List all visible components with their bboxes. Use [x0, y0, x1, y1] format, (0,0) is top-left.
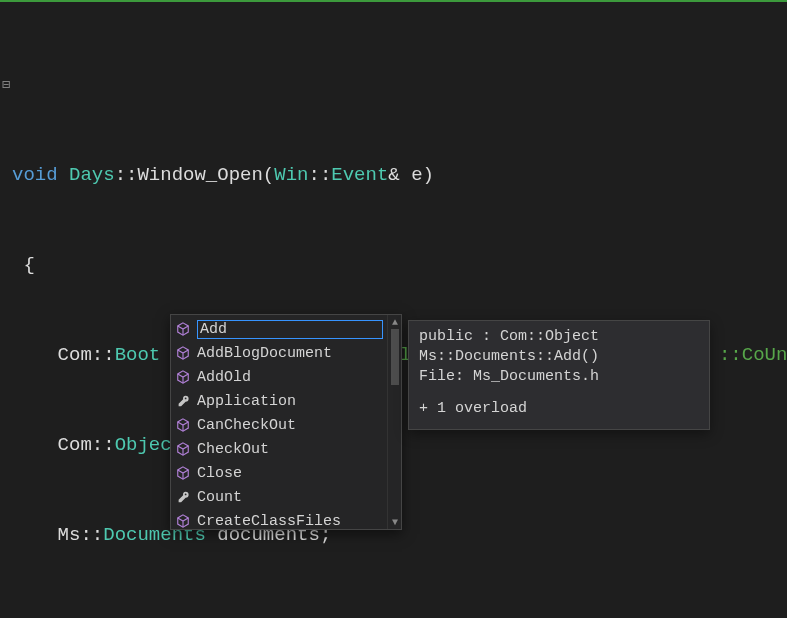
- intellisense-item[interactable]: Close: [171, 461, 387, 485]
- fold-gutter: ⊟: [0, 10, 12, 160]
- tooltip-signature: public : Com::Object Ms::Documents::Add(…: [419, 327, 699, 367]
- intellisense-item-label: Count: [197, 489, 383, 506]
- intellisense-item[interactable]: CheckOut: [171, 437, 387, 461]
- intellisense-item-label: CanCheckOut: [197, 417, 383, 434]
- wrench-icon: [175, 489, 191, 505]
- intellisense-item[interactable]: CreateClassFiles: [171, 509, 387, 529]
- intellisense-popup[interactable]: AddAddBlogDocumentAddOldApplicationCanCh…: [170, 314, 402, 530]
- scroll-down-arrow-icon[interactable]: ▼: [388, 515, 402, 529]
- tooltip-file: File: Ms_Documents.h: [419, 367, 699, 387]
- intellisense-item-label: Close: [197, 465, 383, 482]
- method-cube-icon: [175, 441, 191, 457]
- tooltip-overload: + 1 overload: [419, 399, 699, 419]
- intellisense-list[interactable]: AddAddBlogDocumentAddOldApplicationCanCh…: [171, 315, 387, 529]
- intellisense-item[interactable]: AddBlogDocument: [171, 341, 387, 365]
- wrench-icon: [175, 393, 191, 409]
- intellisense-item-label: Add: [197, 320, 383, 339]
- method-cube-icon: [175, 321, 191, 337]
- code-line[interactable]: void Days::Window_Open(Win::Event& e): [12, 160, 787, 190]
- code-line[interactable]: {: [12, 250, 787, 280]
- method-cube-icon: [175, 345, 191, 361]
- intellisense-item-label: Application: [197, 393, 383, 410]
- intellisense-scrollbar[interactable]: ▲ ▼: [387, 315, 401, 529]
- intellisense-item[interactable]: CanCheckOut: [171, 413, 387, 437]
- intellisense-item[interactable]: Count: [171, 485, 387, 509]
- scroll-up-arrow-icon[interactable]: ▲: [388, 315, 402, 329]
- signature-tooltip: public : Com::Object Ms::Documents::Add(…: [408, 320, 710, 430]
- scroll-thumb[interactable]: [391, 329, 399, 385]
- intellisense-item[interactable]: AddOld: [171, 365, 387, 389]
- method-cube-icon: [175, 369, 191, 385]
- code-line[interactable]: try: [12, 610, 787, 618]
- intellisense-item-label: AddOld: [197, 369, 383, 386]
- intellisense-item[interactable]: Add: [171, 317, 387, 341]
- intellisense-item[interactable]: Application: [171, 389, 387, 413]
- intellisense-item-label: CheckOut: [197, 441, 383, 458]
- method-cube-icon: [175, 465, 191, 481]
- intellisense-item-label: CreateClassFiles: [197, 513, 383, 530]
- method-cube-icon: [175, 417, 191, 433]
- intellisense-item-label: AddBlogDocument: [197, 345, 383, 362]
- method-cube-icon: [175, 513, 191, 529]
- fold-toggle-icon[interactable]: ⊟: [0, 70, 12, 100]
